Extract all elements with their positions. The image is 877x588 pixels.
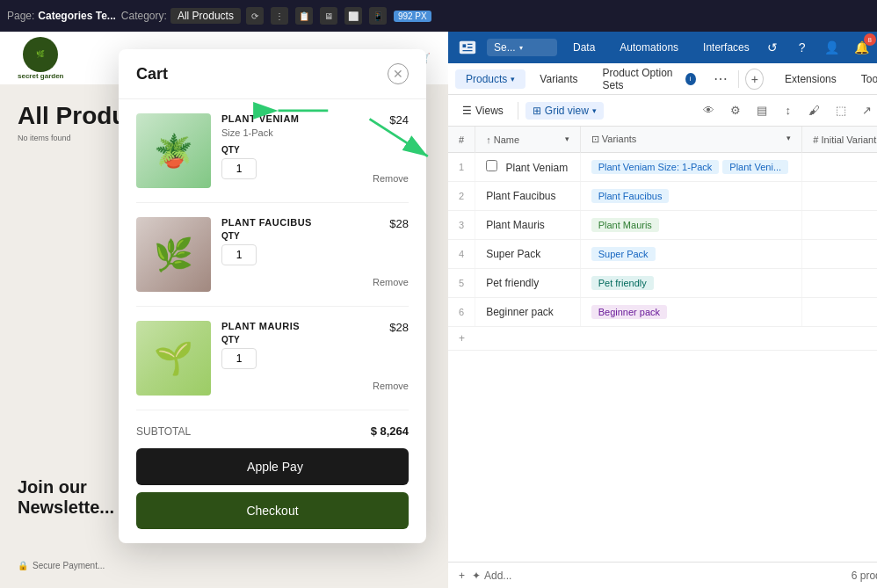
plant-icon-3: 🌱 <box>136 321 211 396</box>
row-variants-4[interactable]: Super Pack <box>580 240 802 269</box>
table-row[interactable]: 5 Pet friendly Pet friendly <box>448 269 877 298</box>
row-name-1[interactable]: Plant Veniam <box>475 153 581 182</box>
tab-variants[interactable]: Variants <box>529 69 588 89</box>
add-row-btn[interactable]: + <box>448 327 877 351</box>
page-name: Categories Te... <box>38 10 115 22</box>
cart-item-qty-input-2[interactable] <box>221 244 257 265</box>
variant-tag: Plant Veni... <box>722 160 788 174</box>
cart-item: 🌿 PLANT FAUCIBUS QTY $28 Remove <box>136 203 409 307</box>
category-value[interactable]: All Products <box>170 8 241 24</box>
row-name-3[interactable]: Plant Mauris <box>475 211 581 240</box>
row-variants-6[interactable]: Beginner pack <box>580 298 802 327</box>
row-num-2: 2 <box>448 182 475 211</box>
add-collection-btn[interactable]: + <box>745 69 764 90</box>
grid-view-btn[interactable]: ⊞ Grid view ▾ <box>525 102 604 120</box>
expand-icon[interactable]: ↗ <box>857 100 877 121</box>
refresh-icon[interactable]: ⟳ <box>246 7 264 25</box>
book-icon[interactable]: 📋 <box>295 7 313 25</box>
more-icon[interactable]: ⋮ <box>271 7 288 25</box>
variant-tag: Pet friendly <box>591 276 654 290</box>
cms-nav-automations[interactable]: Automations <box>611 38 687 57</box>
row-checkbox-1[interactable] <box>486 160 497 171</box>
sort-icon[interactable]: ↕ <box>778 100 799 121</box>
row-variants-1[interactable]: Plant Veniam Size: 1-Pack Plant Veni... <box>580 153 802 182</box>
group-icon[interactable]: ▤ <box>751 100 772 121</box>
cart-item: 🪴 PLANT VENIAM Size 1-Pack QTY $24 Remov… <box>136 99 409 203</box>
category-label: Category: <box>121 10 167 22</box>
tab-tools[interactable]: Tools ▾ <box>851 69 877 89</box>
table-row[interactable]: 2 Plant Faucibus Plant Faucibus <box>448 182 877 211</box>
col-name[interactable]: ↑ Name ▾ <box>475 127 581 153</box>
cart-item-name-3: PLANT MAURIS <box>221 321 362 331</box>
mobile-icon[interactable]: 📱 <box>369 7 387 25</box>
cms-footer: + ✦ Add... 6 products <box>448 562 877 588</box>
table-row[interactable]: 4 Super Pack Super Pack <box>448 240 877 269</box>
row-name-6[interactable]: Beginner pack <box>475 298 581 327</box>
cms-nav-data[interactable]: Data <box>564 38 604 57</box>
cms-logo <box>455 35 480 60</box>
cart-item-remove-1[interactable]: Remove <box>373 173 409 184</box>
cart-item-qty-input-1[interactable] <box>221 158 257 179</box>
checkout-button[interactable]: Checkout <box>136 492 409 529</box>
sort-icon: ↑ <box>486 134 491 145</box>
table-row[interactable]: 3 Plant Mauris Plant Mauris <box>448 211 877 240</box>
row-name-2[interactable]: Plant Faucibus <box>475 182 581 211</box>
row-num-1: 1 <box>448 153 475 182</box>
cart-item-remove-2[interactable]: Remove <box>373 277 409 287</box>
cart-item-remove-3[interactable]: Remove <box>373 381 409 391</box>
cart-item-qty-input-3[interactable] <box>221 348 257 369</box>
tab-product-option-sets[interactable]: Product Option Sets i <box>592 63 707 95</box>
newsletter-section: Join our Newslette... <box>18 477 114 518</box>
variants-tags-1: Plant Veniam Size: 1-Pack Plant Veni... <box>591 160 792 174</box>
info-icon: i <box>685 73 696 85</box>
row-variants-2[interactable]: Plant Faucibus <box>580 182 802 211</box>
row-variants-5[interactable]: Pet friendly <box>580 269 802 298</box>
views-btn[interactable]: ☰ Views <box>455 102 511 120</box>
cms-search-box[interactable]: Se... ▾ <box>487 39 557 56</box>
name-col-dropdown[interactable]: ▾ <box>565 134 569 143</box>
secure-payment-text: Secure Payment... <box>33 561 105 570</box>
cart-close-button[interactable]: ✕ <box>388 63 409 84</box>
tab-products[interactable]: Products ▾ <box>455 69 525 89</box>
row-name-4[interactable]: Super Pack <box>475 240 581 269</box>
cart-modal: Cart ✕ 🪴 PLANT VENIAM Size 1-Pack QTY <box>119 49 426 543</box>
cart-item-name-2: PLANT FAUCIBUS <box>221 217 362 228</box>
cart-item-details-1: PLANT VENIAM Size 1-Pack QTY <box>221 113 362 179</box>
sub-toolbar-icons: 👁 ⚙ ▤ ↕ 🖌 ⬚ ↗ 🔍 <box>699 100 877 121</box>
page-info: Page: Categories Te... <box>7 10 116 22</box>
footer-add-row-btn[interactable]: + <box>459 570 465 582</box>
page-label: Page: <box>7 10 34 22</box>
col-variants[interactable]: ⊡ Variants ▾ <box>580 127 802 153</box>
search-text: Se... <box>494 41 516 54</box>
row-name-5[interactable]: Pet friendly <box>475 269 581 298</box>
row-variants-3[interactable]: Plant Mauris <box>580 211 802 240</box>
cart-item-qty-label-3: QTY <box>221 335 362 345</box>
tablet-icon[interactable]: ⬜ <box>344 7 362 25</box>
format-icon[interactable]: 🖌 <box>804 100 825 121</box>
cms-nav-interfaces[interactable]: Interfaces <box>694 38 758 57</box>
tab-extensions[interactable]: Extensions <box>774 69 847 89</box>
table-row[interactable]: 1 Plant Veniam Plant Veniam Size: 1-Pack… <box>448 153 877 182</box>
cart-item-details-3: PLANT MAURIS QTY <box>221 321 362 369</box>
category-info: Category: All Products <box>121 8 241 24</box>
subtotal-value: $ 8,264 <box>371 425 409 438</box>
desktop-icon[interactable]: 🖥 <box>320 7 337 25</box>
hide-fields-icon[interactable]: 👁 <box>699 100 720 121</box>
cart-item-qty-label-1: QTY <box>221 145 362 155</box>
history-icon[interactable]: ↺ <box>760 35 785 60</box>
variant-tag: Beginner pack <box>591 305 667 319</box>
variants-col-dropdown[interactable]: ▾ <box>786 134 791 142</box>
apple-pay-button[interactable]: Apple Pay <box>136 448 409 485</box>
hamburger-icon: ☰ <box>462 105 472 117</box>
account-icon[interactable]: 👤 <box>820 35 844 60</box>
table-row[interactable]: 6 Beginner pack Beginner pack <box>448 298 877 327</box>
cart-item-details-2: PLANT FAUCIBUS QTY <box>221 217 362 265</box>
dropdown-btn[interactable]: ⋯ <box>710 70 731 87</box>
row-height-icon[interactable]: ⬚ <box>830 100 852 121</box>
cms-panel: Se... ▾ Data Automations Interfaces ↺ ? … <box>448 32 877 588</box>
filter-icon[interactable]: ⚙ <box>725 100 746 121</box>
footer-add-field-btn[interactable]: ✦ Add... <box>472 570 511 582</box>
notification-icon[interactable]: 🔔 8 <box>850 35 874 60</box>
help-icon[interactable]: ? <box>790 35 815 60</box>
col-initial-variant[interactable]: # Initial Variant - P... <box>802 127 877 153</box>
